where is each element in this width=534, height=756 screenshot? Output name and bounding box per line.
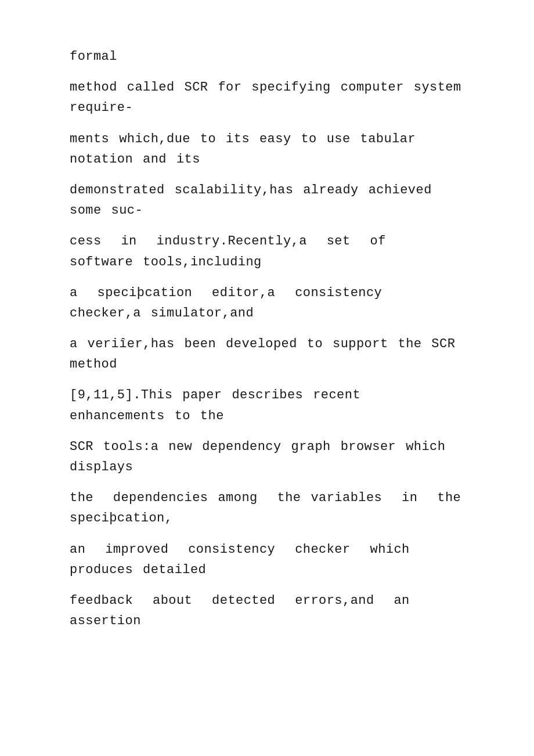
text-line-8: [9,11,5].This paper describes recent enh… <box>70 385 464 426</box>
text-line-12: feedback about detected errors,and an as… <box>70 591 464 631</box>
text-block: formal method called SCR for specifying … <box>70 46 464 631</box>
text-line-1: formal <box>70 46 464 67</box>
text-line-9: SCR tools:a new dependency graph browser… <box>70 437 464 477</box>
text-line-7: a veriîer,has been developed to support … <box>70 334 464 375</box>
text-line-4: demonstrated scalability,has already ach… <box>70 180 464 221</box>
text-line-2: method called SCR for specifying compute… <box>70 77 464 118</box>
text-line-5: cess in industry.Recently,a set of softw… <box>70 231 464 272</box>
text-line-3: ments which,due to its easy to use tabul… <box>70 129 464 170</box>
text-line-6: a speciþcation editor,a consistency chec… <box>70 283 464 323</box>
page-content: formal method called SCR for specifying … <box>0 0 534 688</box>
text-line-11: an improved consistency checker which pr… <box>70 539 464 580</box>
text-line-10: the dependencies among the variables in … <box>70 488 464 528</box>
